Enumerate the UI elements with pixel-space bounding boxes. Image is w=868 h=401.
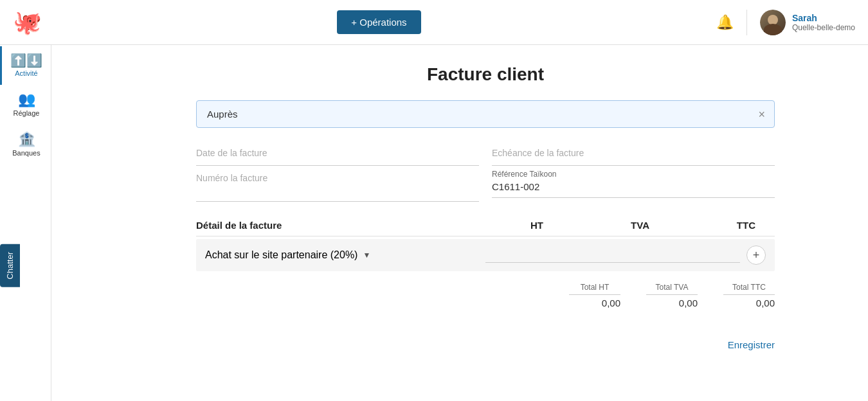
detail-line-row: Achat sur le site partenaire (20%) ▼ + bbox=[196, 239, 775, 271]
date-placeholder: Date de la facture bbox=[196, 148, 267, 158]
detail-line-tva[interactable] bbox=[579, 247, 672, 263]
avatar bbox=[760, 10, 786, 35]
reference-value: C1611-002 bbox=[492, 181, 775, 198]
numero-field[interactable]: Numéro la facture bbox=[196, 166, 479, 202]
total-ttc-col: Total TTC 0,00 bbox=[723, 283, 775, 308]
detail-section: Détail de la facture HT TVA TTC Achat su… bbox=[196, 215, 775, 315]
total-ttc-value: 0,00 bbox=[723, 294, 775, 308]
echeance-placeholder: Echéance de la facture bbox=[492, 148, 584, 158]
app-container: 🕐 Synthèse ⬆️⬇️ Activité 👥 Réglage 🏦 Ban… bbox=[0, 0, 868, 401]
echeance-field[interactable]: Echéance de la facture bbox=[492, 141, 775, 166]
main-content: Facture client × Date de la facture Eché… bbox=[103, 45, 868, 401]
numero-reference-row: Numéro la facture Référence Taïkoon C161… bbox=[196, 166, 775, 202]
detail-col-tva: TVA bbox=[563, 220, 669, 231]
header-center: + Opérations bbox=[337, 10, 420, 34]
detail-col-ht: HT bbox=[457, 220, 563, 231]
detail-line-label: Achat sur le site partenaire (20%) bbox=[205, 249, 357, 261]
total-ttc-label: Total TTC bbox=[732, 283, 766, 292]
save-row: Enregistrer bbox=[196, 334, 775, 355]
reference-field: Référence Taïkoon C1611-002 bbox=[492, 166, 775, 202]
bell-icon[interactable]: 🔔 bbox=[716, 14, 734, 31]
total-ht-label: Total HT bbox=[581, 283, 610, 292]
reference-label: Référence Taïkoon bbox=[492, 170, 775, 179]
detail-line-ttc: + bbox=[673, 245, 766, 265]
detail-col-desc: Détail de la facture bbox=[196, 220, 457, 231]
chatter-tab[interactable]: Chatter bbox=[0, 244, 20, 287]
dropdown-arrow-icon[interactable]: ▼ bbox=[363, 251, 370, 260]
detail-col-ttc: TTC bbox=[669, 220, 775, 231]
user-info[interactable]: Sarah Quelle-belle-demo bbox=[760, 10, 855, 35]
bank-icon: 🏦 bbox=[18, 132, 35, 147]
sidebar-item-banques[interactable]: 🏦 Banques bbox=[0, 125, 51, 165]
header-right: 🔔 Sarah Quelle-belle-demo bbox=[716, 10, 855, 35]
total-tva-value: 0,00 bbox=[646, 294, 698, 308]
main-wrapper: Facture client × Date de la facture Eché… bbox=[103, 45, 868, 401]
add-line-button[interactable]: + bbox=[746, 245, 766, 265]
sidebar-item-label-activite: Activité bbox=[15, 69, 37, 77]
header: 🐙 + Opérations 🔔 Sarah Quelle-belle-demo bbox=[0, 0, 868, 45]
sidebar-item-reglage[interactable]: 👥 Réglage bbox=[0, 85, 51, 125]
client-search-input[interactable] bbox=[197, 101, 749, 127]
group-icon: 👥 bbox=[18, 93, 35, 107]
app-logo: 🐙 bbox=[13, 9, 42, 36]
date-field[interactable]: Date de la facture bbox=[196, 141, 479, 166]
user-company: Quelle-belle-demo bbox=[792, 23, 855, 32]
client-search-row: × bbox=[196, 100, 775, 128]
save-button[interactable]: Enregistrer bbox=[728, 334, 775, 355]
operations-button[interactable]: + Opérations bbox=[337, 10, 420, 34]
user-name: Sarah bbox=[792, 13, 855, 23]
total-tva-label: Total TVA bbox=[656, 283, 689, 292]
form-section: Facture client × Date de la facture Eché… bbox=[196, 64, 775, 355]
detail-line-ht[interactable] bbox=[485, 247, 579, 263]
logo-area: 🐙 bbox=[13, 9, 42, 36]
sidebar: 🕐 Synthèse ⬆️⬇️ Activité 👥 Réglage 🏦 Ban… bbox=[0, 0, 51, 401]
chatter-tab-label: Chatter bbox=[5, 252, 15, 280]
numero-placeholder: Numéro la facture bbox=[196, 173, 267, 183]
totals-section: Total HT 0,00 Total TVA 0,00 Total TTC 0… bbox=[196, 276, 775, 315]
total-tva-col: Total TVA 0,00 bbox=[646, 283, 698, 308]
total-ht-value: 0,00 bbox=[569, 294, 620, 308]
user-text: Sarah Quelle-belle-demo bbox=[792, 13, 855, 32]
avatar-image bbox=[760, 10, 786, 35]
sidebar-item-label-reglage: Réglage bbox=[14, 109, 40, 117]
detail-line-desc: Achat sur le site partenaire (20%) ▼ bbox=[205, 249, 485, 261]
page-title: Facture client bbox=[196, 64, 775, 85]
arrows-icon: ⬆️⬇️ bbox=[10, 54, 42, 67]
detail-header: Détail de la facture HT TVA TTC bbox=[196, 215, 775, 236]
date-fields-row: Date de la facture Echéance de la factur… bbox=[196, 141, 775, 166]
sidebar-item-activite[interactable]: ⬆️⬇️ Activité bbox=[0, 46, 51, 85]
total-ht-col: Total HT 0,00 bbox=[569, 283, 620, 308]
clear-icon[interactable]: × bbox=[749, 109, 774, 120]
header-divider bbox=[746, 10, 747, 35]
sidebar-item-label-banques: Banques bbox=[12, 149, 40, 157]
